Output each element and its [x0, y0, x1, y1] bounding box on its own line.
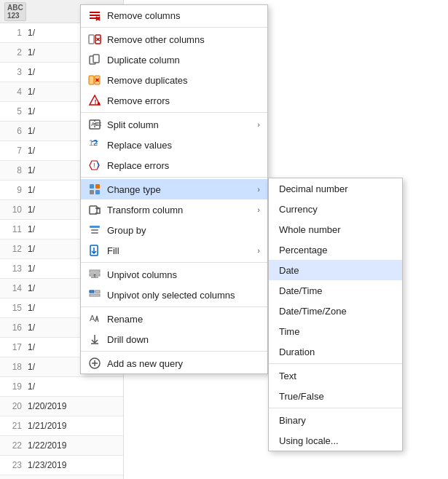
- menu-item-change-type[interactable]: Change type›: [81, 179, 267, 199]
- row-value: 1/: [28, 205, 35, 215]
- remove-other-columns-icon: [88, 33, 101, 46]
- submenu-item-binary[interactable]: Binary: [269, 410, 402, 430]
- unpivot-columns-icon: [88, 268, 101, 281]
- row-number: 1: [4, 28, 22, 38]
- fill-arrow-icon: ›: [257, 246, 260, 255]
- remove-duplicates-label: Remove duplicates: [107, 75, 260, 86]
- col-type-badge: ABC123: [4, 2, 26, 21]
- submenu-item-time[interactable]: Time: [269, 321, 402, 341]
- menu-item-add-as-new-query[interactable]: Add as new query: [81, 353, 267, 373]
- svg-rect-5: [89, 35, 94, 44]
- svg-rect-33: [90, 226, 100, 228]
- drill-down-icon: [88, 333, 101, 346]
- submenu-item-truefalse[interactable]: True/False: [269, 386, 402, 406]
- svg-rect-38: [90, 274, 94, 276]
- row-value: 1/21/2019: [28, 421, 66, 431]
- menu-item-unpivot-only-selected[interactable]: Unpivot only selected columns: [81, 285, 267, 305]
- submenu-change-type: Decimal numberCurrencyWhole numberPercen…: [268, 178, 403, 451]
- add-as-new-query-label: Add as new query: [107, 358, 260, 369]
- fill-label: Fill: [107, 245, 251, 256]
- row-value: 1/: [28, 146, 35, 156]
- row-number: 21: [4, 421, 22, 431]
- submenu-divider-text: [269, 363, 402, 364]
- svg-rect-1: [90, 15, 100, 16]
- menu-item-split-column[interactable]: ABCDSplit column›: [81, 114, 267, 135]
- submenu-divider-locale: [269, 408, 402, 408]
- menu-divider-6: [81, 351, 267, 352]
- menu-item-drill-down[interactable]: Drill down: [81, 329, 267, 349]
- svg-rect-34: [91, 229, 98, 231]
- remove-duplicates-icon: [88, 74, 101, 87]
- table-row: 211/21/2019: [0, 416, 123, 436]
- menu-item-group-by[interactable]: Group by: [81, 220, 267, 240]
- menu-item-fill[interactable]: Fill›: [81, 240, 267, 261]
- menu-item-remove-errors[interactable]: !Remove errors: [81, 90, 267, 111]
- change-type-arrow-icon: ›: [257, 185, 260, 194]
- submenu-item-datetimezone[interactable]: Date/Time/Zone: [269, 301, 402, 321]
- menu-item-unpivot-columns[interactable]: Unpivot columns: [81, 264, 267, 285]
- menu-item-remove-duplicates[interactable]: Remove duplicates: [81, 70, 267, 90]
- row-number: 9: [4, 185, 22, 195]
- table-row: 241/24/2019: [0, 475, 123, 479]
- svg-rect-28: [90, 184, 94, 189]
- submenu-item-datetime[interactable]: Date/Time: [269, 280, 402, 301]
- row-number: 12: [4, 244, 22, 254]
- split-column-icon: ABCD: [88, 118, 101, 131]
- remove-other-columns-label: Remove other columns: [107, 34, 260, 45]
- svg-rect-0: [90, 12, 100, 13]
- row-value: 1/: [28, 28, 35, 38]
- menu-item-transform-column[interactable]: Transform column›: [81, 199, 267, 220]
- submenu-item-decimal-number[interactable]: Decimal number: [269, 178, 402, 199]
- row-number: 17: [4, 342, 22, 352]
- unpivot-only-selected-label: Unpivot only selected columns: [107, 290, 260, 301]
- unpivot-only-selected-icon: [88, 288, 101, 301]
- svg-text:→: →: [92, 139, 99, 147]
- menu-item-remove-columns[interactable]: Remove columns: [81, 5, 267, 25]
- row-value: 1/: [28, 224, 35, 234]
- menu-item-remove-other-columns[interactable]: Remove other columns: [81, 29, 267, 50]
- replace-errors-label: Replace errors: [107, 160, 260, 171]
- menu-item-duplicate-column[interactable]: Duplicate column: [81, 50, 267, 70]
- remove-errors-icon: !: [88, 94, 101, 107]
- svg-text:CD: CD: [95, 121, 101, 127]
- svg-rect-42: [90, 294, 100, 296]
- row-number: 23: [4, 460, 22, 470]
- transform-column-label: Transform column: [107, 205, 251, 215]
- row-number: 16: [4, 322, 22, 333]
- replace-values-icon: 12→: [88, 138, 101, 151]
- row-value: 1/: [28, 244, 35, 254]
- rename-icon: A: [88, 312, 101, 325]
- row-value: 1/: [28, 322, 35, 333]
- row-value: 1/: [28, 106, 35, 116]
- row-number: 20: [4, 401, 22, 411]
- row-number: 10: [4, 205, 22, 215]
- row-number: 8: [4, 165, 22, 175]
- row-value: 1/: [28, 47, 35, 58]
- drill-down-label: Drill down: [107, 334, 260, 345]
- submenu-item-whole-number[interactable]: Whole number: [269, 219, 402, 239]
- svg-rect-10: [93, 55, 99, 63]
- svg-rect-35: [91, 232, 98, 234]
- menu-divider-4: [81, 262, 267, 263]
- submenu-item-text[interactable]: Text: [269, 365, 402, 386]
- unpivot-columns-label: Unpivot columns: [107, 269, 260, 280]
- submenu-item-percentage[interactable]: Percentage: [269, 239, 402, 260]
- submenu-item-date[interactable]: Date: [269, 260, 402, 280]
- row-number: 15: [4, 303, 22, 313]
- split-column-arrow-icon: ›: [257, 120, 260, 129]
- rename-label: Rename: [107, 314, 260, 325]
- menu-item-replace-errors[interactable]: !Replace errors: [81, 155, 267, 175]
- submenu-item-using-locale[interactable]: Using locale...: [269, 430, 402, 451]
- submenu-item-duration[interactable]: Duration: [269, 341, 402, 362]
- change-type-label: Change type: [107, 184, 251, 195]
- row-number: 14: [4, 283, 22, 293]
- row-number: 4: [4, 87, 22, 97]
- remove-columns-icon: [88, 9, 101, 22]
- submenu-item-currency[interactable]: Currency: [269, 199, 402, 219]
- menu-item-rename[interactable]: ARename: [81, 309, 267, 329]
- svg-text:A: A: [90, 314, 95, 322]
- table-row: 191/: [0, 377, 123, 397]
- menu-item-replace-values[interactable]: 12→Replace values: [81, 135, 267, 155]
- row-value: 1/: [28, 264, 35, 274]
- table-row: 221/22/2019: [0, 436, 123, 456]
